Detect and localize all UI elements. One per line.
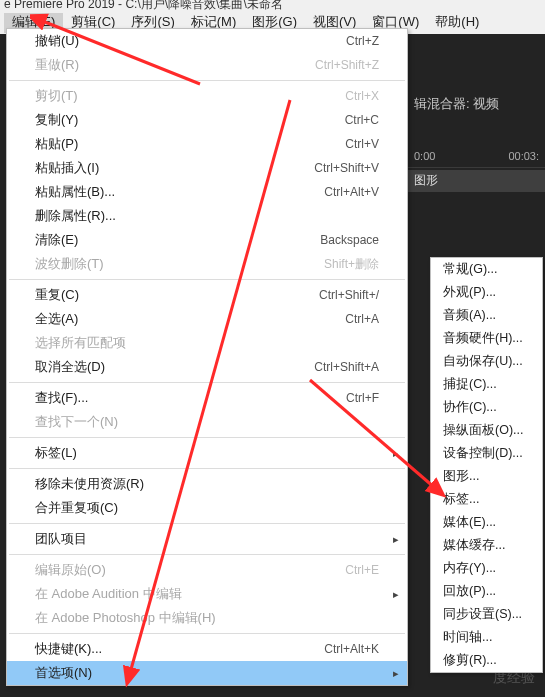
menu-item-label: 重复(C)	[35, 286, 79, 304]
edit-menu-dropdown: 撤销(U)Ctrl+Z重做(R)Ctrl+Shift+Z剪切(T)Ctrl+X复…	[6, 28, 408, 686]
menu-item[interactable]: 清除(E)Backspace	[7, 228, 407, 252]
menu-item-label: 重做(R)	[35, 56, 79, 74]
panel-title: 辑混合器: 视频	[414, 95, 499, 113]
menu-item-label: 查找下一个(N)	[35, 413, 118, 431]
menu-item-label: 粘贴(P)	[35, 135, 78, 153]
menu-item[interactable]: 移除未使用资源(R)	[7, 472, 407, 496]
menu-item: 剪切(T)Ctrl+X	[7, 84, 407, 108]
submenu-item[interactable]: 媒体(E)...	[431, 511, 542, 534]
menu-separator	[9, 468, 405, 469]
preferences-submenu: 常规(G)...外观(P)...音频(A)...音频硬件(H)...自动保存(U…	[430, 257, 543, 673]
menu-item-shortcut: Ctrl+Alt+V	[324, 185, 379, 199]
menu-item[interactable]: 重复(C)Ctrl+Shift+/	[7, 283, 407, 307]
submenu-item-label: 同步设置(S)...	[443, 606, 522, 623]
menu-item[interactable]: 团队项目▸	[7, 527, 407, 551]
submenu-item[interactable]: 操纵面板(O)...	[431, 419, 542, 442]
submenu-item[interactable]: 协作(C)...	[431, 396, 542, 419]
menu-item[interactable]: 粘贴插入(I)Ctrl+Shift+V	[7, 156, 407, 180]
menu-item-shortcut: Shift+删除	[324, 256, 379, 273]
menu-item-label: 标签(L)	[35, 444, 77, 462]
menu-item-label: 在 Adobe Audition 中编辑	[35, 585, 182, 603]
submenu-item[interactable]: 图形...	[431, 465, 542, 488]
menu-item-label: 选择所有匹配项	[35, 334, 126, 352]
menu-item-label: 删除属性(R)...	[35, 207, 116, 225]
menu-item-label: 移除未使用资源(R)	[35, 475, 144, 493]
chevron-right-icon: ▸	[393, 533, 399, 546]
menu-separator	[9, 523, 405, 524]
submenu-item-label: 协作(C)...	[443, 399, 497, 416]
submenu-item[interactable]: 外观(P)...	[431, 281, 542, 304]
menu-item-label: 合并重复项(C)	[35, 499, 118, 517]
menu-separator	[9, 279, 405, 280]
timeline-row-graphics[interactable]: 图形	[408, 170, 545, 192]
submenu-item[interactable]: 同步设置(S)...	[431, 603, 542, 626]
submenu-item[interactable]: 音频(A)...	[431, 304, 542, 327]
menu-item-label: 清除(E)	[35, 231, 78, 249]
menu-separator	[9, 554, 405, 555]
menu-item-shortcut: Ctrl+Alt+K	[324, 642, 379, 656]
menu-item: 在 Adobe Audition 中编辑▸	[7, 582, 407, 606]
menu-item[interactable]: 合并重复项(C)	[7, 496, 407, 520]
submenu-item-label: 常规(G)...	[443, 261, 497, 278]
menu-item: 在 Adobe Photoshop 中编辑(H)	[7, 606, 407, 630]
menu-item-label: 查找(F)...	[35, 389, 88, 407]
menubar-help[interactable]: 帮助(H)	[427, 11, 487, 33]
submenu-item-label: 音频硬件(H)...	[443, 330, 523, 347]
submenu-item-label: 捕捉(C)...	[443, 376, 497, 393]
submenu-item[interactable]: 常规(G)...	[431, 258, 542, 281]
submenu-item[interactable]: 内存(Y)...	[431, 557, 542, 580]
menu-item[interactable]: 快捷键(K)...Ctrl+Alt+K	[7, 637, 407, 661]
menu-item: 波纹删除(T)Shift+删除	[7, 252, 407, 276]
submenu-item[interactable]: 音频硬件(H)...	[431, 327, 542, 350]
menu-item-shortcut: Ctrl+C	[345, 113, 379, 127]
menu-item[interactable]: 标签(L)▸	[7, 441, 407, 465]
menu-item-shortcut: Ctrl+Shift+A	[314, 360, 379, 374]
menu-item-label: 在 Adobe Photoshop 中编辑(H)	[35, 609, 216, 627]
submenu-item-label: 图形...	[443, 468, 479, 485]
submenu-item-label: 音频(A)...	[443, 307, 496, 324]
submenu-item[interactable]: 媒体缓存...	[431, 534, 542, 557]
menu-item[interactable]: 粘贴(P)Ctrl+V	[7, 132, 407, 156]
menu-item[interactable]: 全选(A)Ctrl+A	[7, 307, 407, 331]
submenu-item-label: 自动保存(U)...	[443, 353, 523, 370]
menu-item-shortcut: Ctrl+A	[345, 312, 379, 326]
menu-item-label: 全选(A)	[35, 310, 78, 328]
menu-item[interactable]: 删除属性(R)...	[7, 204, 407, 228]
menu-item[interactable]: 取消全选(D)Ctrl+Shift+A	[7, 355, 407, 379]
submenu-item[interactable]: 设备控制(D)...	[431, 442, 542, 465]
menu-item: 选择所有匹配项	[7, 331, 407, 355]
menu-item-label: 团队项目	[35, 530, 87, 548]
submenu-item-label: 外观(P)...	[443, 284, 496, 301]
submenu-item-label: 修剪(R)...	[443, 652, 497, 669]
menu-item[interactable]: 撤销(U)Ctrl+Z	[7, 29, 407, 53]
time-a: 0:00	[414, 150, 435, 167]
submenu-item-label: 媒体缓存...	[443, 537, 505, 554]
submenu-item[interactable]: 标签...	[431, 488, 542, 511]
menu-item: 查找下一个(N)	[7, 410, 407, 434]
submenu-item[interactable]: 回放(P)...	[431, 580, 542, 603]
menu-item-label: 撤销(U)	[35, 32, 79, 50]
menu-item[interactable]: 查找(F)...Ctrl+F	[7, 386, 407, 410]
chevron-right-icon: ▸	[393, 667, 399, 680]
menu-item-shortcut: Ctrl+Shift+Z	[315, 58, 379, 72]
menu-item[interactable]: 复制(Y)Ctrl+C	[7, 108, 407, 132]
submenu-item[interactable]: 修剪(R)...	[431, 649, 542, 672]
submenu-item-label: 内存(Y)...	[443, 560, 496, 577]
menu-item: 重做(R)Ctrl+Shift+Z	[7, 53, 407, 77]
submenu-item[interactable]: 自动保存(U)...	[431, 350, 542, 373]
menu-item-shortcut: Ctrl+F	[346, 391, 379, 405]
menu-item-shortcut: Ctrl+X	[345, 89, 379, 103]
window-title: e Premiere Pro 2019 - C:\用户\降噪音效\集曲\未命名	[0, 0, 545, 13]
menu-separator	[9, 633, 405, 634]
submenu-item[interactable]: 捕捉(C)...	[431, 373, 542, 396]
timeline-ruler: 0:00 00:03:	[408, 150, 545, 168]
menu-item-label: 波纹删除(T)	[35, 255, 104, 273]
menu-item-label: 快捷键(K)...	[35, 640, 102, 658]
menu-item[interactable]: 首选项(N)▸	[7, 661, 407, 685]
menu-item-label: 编辑原始(O)	[35, 561, 106, 579]
submenu-item[interactable]: 时间轴...	[431, 626, 542, 649]
submenu-item-label: 操纵面板(O)...	[443, 422, 523, 439]
menu-item[interactable]: 粘贴属性(B)...Ctrl+Alt+V	[7, 180, 407, 204]
submenu-item-label: 标签...	[443, 491, 479, 508]
chevron-right-icon: ▸	[393, 447, 399, 460]
